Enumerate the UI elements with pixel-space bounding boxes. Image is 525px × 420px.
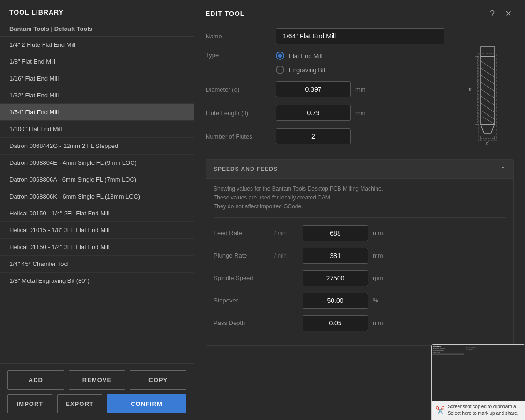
app-container: TOOL LIBRARY Bantam Tools | Default Tool… xyxy=(0,0,525,420)
speeds-field-input[interactable] xyxy=(303,293,368,309)
speeds-row: Stepover % xyxy=(214,293,506,309)
engraving-bit-radio[interactable] xyxy=(276,66,284,74)
type-label: Type xyxy=(206,52,271,59)
right-header: EDIT TOOL ? ✕ xyxy=(194,0,525,24)
name-input[interactable] xyxy=(276,28,444,44)
snipping-text-line2: Select here to mark up and share. xyxy=(448,410,520,417)
speeds-header[interactable]: SPEEDS AND FEEDS ⌃ xyxy=(206,160,513,179)
tool-list-item[interactable]: 1/100" Flat End Mill xyxy=(0,121,194,138)
speeds-row: Spindle Speed rpm xyxy=(214,270,506,286)
speeds-field-label: Stepover xyxy=(214,297,270,304)
svg-text:fl: fl xyxy=(469,87,472,92)
tool-list-item[interactable]: Helical 01150 - 1/4" 3FL Flat End Mill xyxy=(0,239,194,256)
svg-line-11 xyxy=(481,96,495,105)
diameter-label: Diameter (d) xyxy=(206,86,271,93)
speeds-field-label: Feed Rate xyxy=(214,229,270,236)
tool-list: 1/4" 2 Flute Flat End Mill1/8" Flat End … xyxy=(0,37,194,363)
tool-list-item[interactable]: Helical 00150 - 1/4" 2FL Flat End Mill xyxy=(0,205,194,222)
import-button[interactable]: IMPORT xyxy=(7,394,52,413)
svg-line-13 xyxy=(481,110,495,119)
tool-list-item[interactable]: 1/8" Metal Engraving Bit (80°) xyxy=(0,273,194,289)
snipping-text-line1: Screenshot copied to clipboard a... xyxy=(448,404,520,410)
speeds-and-feeds-section: SPEEDS AND FEEDS ⌃ Showing values for th… xyxy=(206,159,514,346)
tool-list-item[interactable]: 1/64" Flat End Mill xyxy=(0,104,194,121)
speeds-field-input[interactable] xyxy=(303,315,368,331)
speeds-fields: Feed Rate / min mm Plunge Rate / min mm … xyxy=(214,225,506,331)
speeds-row: Pass Depth mm xyxy=(214,315,506,331)
tool-list-item[interactable]: 1/32" Flat End Mill xyxy=(0,87,194,104)
bottom-buttons: ADD REMOVE COPY IMPORT EXPORT CONFIRM xyxy=(0,363,194,420)
svg-line-6 xyxy=(481,61,495,70)
speeds-field-label: Plunge Rate xyxy=(214,252,270,259)
svg-line-12 xyxy=(481,103,495,112)
speeds-body: Showing values for the Bantam Tools Desk… xyxy=(206,179,513,345)
panel-title: TOOL LIBRARY xyxy=(0,0,194,22)
tool-list-item[interactable]: Datron 0068806K - 6mm Single FL (13mm LO… xyxy=(0,188,194,205)
svg-line-8 xyxy=(481,75,495,84)
speeds-info: Showing values for the Bantam Tools Desk… xyxy=(214,184,506,218)
copy-button[interactable]: COPY xyxy=(130,370,186,390)
tool-list-item[interactable]: 1/8" Flat End Mill xyxy=(0,53,194,70)
tool-list-item[interactable]: Datron 0068804E - 4mm Single FL (9mm LOC… xyxy=(0,155,194,171)
svg-rect-0 xyxy=(481,47,495,56)
tool-list-item[interactable]: 1/16" Flat End Mill xyxy=(0,70,194,87)
flute-length-label: Flute Length (fl) xyxy=(206,110,271,117)
diameter-unit: mm xyxy=(355,86,370,93)
speeds-title: SPEEDS AND FEEDS xyxy=(214,166,278,172)
collapse-icon: ⌃ xyxy=(500,165,506,173)
num-flutes-input[interactable] xyxy=(276,128,351,144)
engraving-bit-option[interactable]: Engraving Bit xyxy=(276,66,325,74)
flat-end-mill-option[interactable]: Flat End Mill xyxy=(276,52,325,60)
edit-tool-title: EDIT TOOL xyxy=(206,10,244,17)
svg-line-10 xyxy=(481,89,495,98)
confirm-button[interactable]: CONFIRM xyxy=(107,394,186,413)
svg-text:d: d xyxy=(486,140,489,146)
speeds-row: Feed Rate / min mm xyxy=(214,225,506,241)
tool-group-label: Bantam Tools | Default Tools xyxy=(0,22,194,37)
flute-length-input[interactable] xyxy=(276,105,351,121)
tool-list-item[interactable]: Datron 0068442G - 12mm 2 FL Stepped xyxy=(0,138,194,155)
speeds-field-unit: rpm xyxy=(373,274,387,281)
svg-marker-15 xyxy=(481,124,495,133)
tool-list-item[interactable]: Datron 0068806A - 6mm Single FL (7mm LOC… xyxy=(0,171,194,188)
top-btn-row: ADD REMOVE COPY xyxy=(7,370,186,390)
left-panel: TOOL LIBRARY Bantam Tools | Default Tool… xyxy=(0,0,194,420)
export-button[interactable]: EXPORT xyxy=(57,394,102,413)
svg-line-7 xyxy=(481,68,495,77)
speeds-field-input[interactable] xyxy=(303,225,368,241)
close-button[interactable]: ✕ xyxy=(503,8,514,19)
num-flutes-label: Number of Flutes xyxy=(206,133,271,140)
flat-end-mill-radio[interactable] xyxy=(276,52,284,60)
svg-rect-20 xyxy=(478,54,497,140)
svg-line-9 xyxy=(481,82,495,91)
type-radio-group: Flat End Mill Engraving Bit xyxy=(276,52,325,74)
speeds-field-unit: mm xyxy=(373,229,387,236)
engraving-bit-label: Engraving Bit xyxy=(289,66,325,74)
flute-length-unit: mm xyxy=(355,110,370,117)
remove-button[interactable]: REMOVE xyxy=(69,370,126,390)
speeds-field-unit: mm xyxy=(373,252,387,259)
radio-dot xyxy=(278,54,282,58)
snipping-thumbnail: TOOL LIBRARY Bantam Tools | Default Tool… xyxy=(432,345,525,401)
header-icons: ? ✕ xyxy=(488,8,514,19)
help-button[interactable]: ? xyxy=(488,8,496,19)
snipping-text: Screenshot copied to clipboard a... Sele… xyxy=(448,404,520,417)
speeds-field-sublabel: / min xyxy=(274,230,298,236)
speeds-row: Plunge Rate / min mm xyxy=(214,248,506,264)
bottom-btn-row: IMPORT EXPORT CONFIRM xyxy=(7,394,186,413)
speeds-field-input[interactable] xyxy=(303,270,368,286)
speeds-field-label: Spindle Speed xyxy=(214,274,270,281)
speeds-field-input[interactable] xyxy=(303,248,368,264)
diameter-input[interactable] xyxy=(276,81,351,97)
snipping-tool-popup[interactable]: TOOL LIBRARY Bantam Tools | Default Tool… xyxy=(431,344,525,420)
snipping-app-icon: ✂️ xyxy=(436,406,445,415)
tool-list-item[interactable]: 1/4" 45° Chamfer Tool xyxy=(0,256,194,273)
speeds-field-unit: % xyxy=(373,297,387,304)
snipping-footer: ✂️ Screenshot copied to clipboard a... S… xyxy=(432,401,525,420)
name-row: Name xyxy=(206,28,514,44)
add-button[interactable]: ADD xyxy=(7,370,64,390)
tool-list-item[interactable]: 1/4" 2 Flute Flat End Mill xyxy=(0,37,194,53)
tool-list-item[interactable]: Helical 01015 - 1/8" 3FL Flat End Mill xyxy=(0,222,194,239)
speeds-field-label: Pass Depth xyxy=(214,319,270,326)
speeds-field-unit: mm xyxy=(373,319,387,326)
